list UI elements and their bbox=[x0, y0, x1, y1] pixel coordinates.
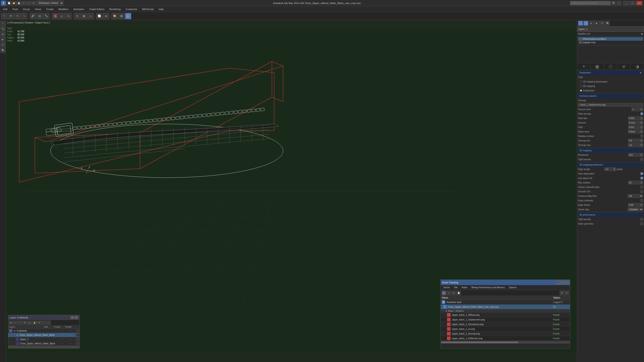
amount-input[interactable] bbox=[628, 121, 640, 124]
menu-animation[interactable]: Animation bbox=[71, 7, 86, 11]
keep-continuity-checkbox[interactable] bbox=[640, 199, 643, 202]
close-btn[interactable]: × bbox=[636, 1, 642, 5]
align-tool[interactable]: ≡ bbox=[88, 13, 94, 19]
at-horizontal-scrollbar[interactable] bbox=[441, 341, 570, 344]
edge-thresh-input[interactable] bbox=[628, 203, 640, 207]
render-setup-tool[interactable]: 🖼 bbox=[118, 13, 124, 19]
menu-graph-editors[interactable]: Graph Editors bbox=[87, 7, 107, 11]
ld-zipper-black-render[interactable] bbox=[76, 334, 80, 337]
at-tool-1[interactable]: ⊞ bbox=[442, 291, 446, 295]
radio-subdivision[interactable]: Subdivision bbox=[580, 89, 594, 92]
options-btn[interactable]: ▼ bbox=[31, 1, 36, 5]
select-tool[interactable]: ↖ bbox=[1, 13, 7, 19]
menu-views[interactable]: Views bbox=[32, 7, 44, 11]
filter-blur-up[interactable]: ▲ bbox=[640, 116, 643, 118]
search-btn[interactable]: 🔍 bbox=[611, 1, 616, 5]
ld-tool-8[interactable]: ↑ bbox=[42, 321, 46, 325]
static-geometry-checkbox[interactable] bbox=[640, 222, 643, 225]
texture-chan-spinner[interactable]: ▲ ▼ bbox=[632, 107, 643, 111]
undo-btn[interactable]: ↩ bbox=[22, 1, 26, 5]
unlink-tool[interactable]: ⛓ bbox=[36, 13, 43, 19]
motion-icon[interactable]: ▶ bbox=[0, 37, 5, 42]
3d-mapping-title[interactable]: 3D mapping/subdivision bbox=[578, 163, 643, 167]
rp-icon-motion[interactable]: ▶ bbox=[594, 21, 599, 26]
common-params-title[interactable]: Common params bbox=[578, 94, 643, 98]
shift-spinner[interactable]: ▲ ▼ bbox=[628, 125, 643, 129]
move-tool[interactable]: ✥ bbox=[8, 13, 14, 19]
modifier-dropdown-arrow[interactable]: ▼ bbox=[641, 33, 643, 35]
resolution-up[interactable]: ▲ bbox=[640, 153, 643, 155]
edge-thresh-down[interactable]: ▼ bbox=[640, 205, 643, 207]
menu-edit[interactable]: Edit bbox=[1, 7, 10, 11]
ld-tool-6[interactable]: 🔒 bbox=[32, 321, 37, 325]
3d-performance-title[interactable]: 3D performance bbox=[578, 213, 643, 217]
amount-down[interactable]: ▼ bbox=[640, 123, 643, 124]
texmap-max-input[interactable] bbox=[628, 143, 640, 147]
radio-subdivision-dot[interactable] bbox=[580, 89, 582, 92]
at-menu-paths[interactable]: Paths bbox=[460, 286, 469, 289]
at-row-diffuse[interactable]: zipper_black_1_Diffuse.png Found bbox=[441, 313, 570, 317]
radio-3d-dot[interactable] bbox=[580, 85, 582, 87]
at-scroll-track[interactable] bbox=[441, 342, 570, 343]
viewport-label[interactable]: [+] [Perspective] [ Shaded + Edged Faces… bbox=[7, 21, 50, 24]
edge-length-input[interactable] bbox=[604, 167, 613, 171]
resolution-input[interactable] bbox=[628, 153, 640, 157]
ld-default-freeze[interactable]: — bbox=[64, 329, 76, 332]
ld-tool-9[interactable]: ↓ bbox=[46, 321, 51, 325]
edge-length-down[interactable]: ▼ bbox=[613, 169, 616, 171]
water-level-down[interactable]: ▼ bbox=[640, 132, 643, 133]
viewport[interactable]: [+] [Perspective] [ Shaded + Edged Faces… bbox=[6, 20, 577, 362]
tight-bounds-2d-checkbox[interactable] bbox=[640, 158, 643, 161]
ld-zipper-black-freeze[interactable]: — bbox=[64, 334, 76, 337]
texture-chan-down[interactable]: ▼ bbox=[640, 109, 643, 111]
shift-down[interactable]: ▼ bbox=[640, 127, 643, 129]
snap-tool[interactable]: 🧲 bbox=[52, 13, 58, 19]
bind-tool[interactable]: 🔧 bbox=[43, 13, 50, 19]
help-icon-btn[interactable]: ? bbox=[617, 1, 621, 5]
max-subdivs-spinner[interactable]: ▲ ▼ bbox=[628, 181, 643, 184]
ld-tool-1[interactable]: ⊞ bbox=[9, 321, 13, 325]
tab-icon-3[interactable]: ⬡ bbox=[604, 63, 618, 70]
rp-icon-utilities[interactable]: 🔩 bbox=[605, 21, 610, 26]
ld-zipper-black-expand[interactable]: ▶ bbox=[16, 334, 19, 337]
at-row-normal[interactable]: zipper_black_1_Normal.png Found bbox=[441, 331, 570, 336]
modify-icon[interactable]: 🔧 bbox=[0, 26, 5, 31]
texture-chan-input[interactable] bbox=[632, 107, 640, 111]
ld-tool-5[interactable]: ◎ bbox=[28, 321, 32, 325]
rp-icon-modify[interactable]: 🔧 bbox=[584, 21, 588, 26]
preserve-map-bnd-dropdown[interactable]: All None bbox=[628, 194, 643, 198]
ld-tool-7[interactable]: ▼ bbox=[37, 321, 41, 325]
modifier-vray-check[interactable]: ✓ bbox=[579, 37, 582, 40]
minimize-btn[interactable]: _ bbox=[623, 1, 629, 5]
link-tool[interactable]: 🔗 bbox=[30, 13, 36, 19]
at-menu-options[interactable]: Options bbox=[507, 286, 518, 289]
ld-tool-4[interactable]: ⬆ bbox=[23, 321, 27, 325]
max-subdivs-up[interactable]: ▲ bbox=[640, 181, 643, 183]
ld-zipper-black-hide[interactable]: □ bbox=[60, 333, 64, 337]
rp-icon-hierarchy[interactable]: ⊞ bbox=[589, 21, 594, 26]
modifier-vray-displacement[interactable]: ✓ VRayDisplacementMod bbox=[578, 37, 643, 41]
tab-icon-2[interactable]: ▦ bbox=[590, 63, 604, 70]
ld-default-hide[interactable]: ✓ bbox=[60, 329, 64, 333]
classic-catmull-checkbox[interactable] bbox=[640, 186, 643, 188]
radio-3d-mapping[interactable]: 3D mapping bbox=[580, 85, 595, 87]
save-btn[interactable]: 💾 bbox=[16, 1, 21, 5]
tab-icon-5[interactable]: ◑ bbox=[630, 63, 644, 70]
ld-close-zipper-freeze[interactable]: — bbox=[64, 342, 76, 345]
curve-editor-tool[interactable]: 📈 bbox=[96, 13, 102, 19]
angle-snap-tool[interactable]: ∡ bbox=[58, 13, 65, 19]
at-maps-group[interactable]: ▼ Maps / Shaders bbox=[441, 309, 570, 313]
search-input[interactable] bbox=[570, 1, 610, 5]
texmap-min-spinner[interactable]: ▲ ▼ bbox=[628, 139, 643, 142]
at-row-glossiness[interactable]: zipper_black_1_Glossiness.png Found bbox=[441, 322, 570, 327]
menu-modifiers[interactable]: Modifiers bbox=[56, 7, 71, 11]
ld-close-zipper-hide[interactable]: □ bbox=[60, 342, 64, 346]
workspace-dropdown[interactable]: Workspace: DefaultWorkspace: Default bbox=[37, 1, 64, 5]
ld-close-btn[interactable]: × bbox=[74, 316, 78, 319]
rp-icon-display[interactable]: 👁 bbox=[600, 21, 604, 26]
modifier-editable-poly[interactable]: ✓ Editable Poly bbox=[578, 41, 643, 44]
texture-chan-up[interactable]: ▲ bbox=[640, 107, 643, 109]
relative-bbox-checkbox[interactable] bbox=[640, 135, 643, 137]
filter-blur-spinner[interactable]: ▲ ▼ bbox=[628, 116, 643, 120]
at-tool-3[interactable]: ⊟ bbox=[452, 291, 456, 295]
